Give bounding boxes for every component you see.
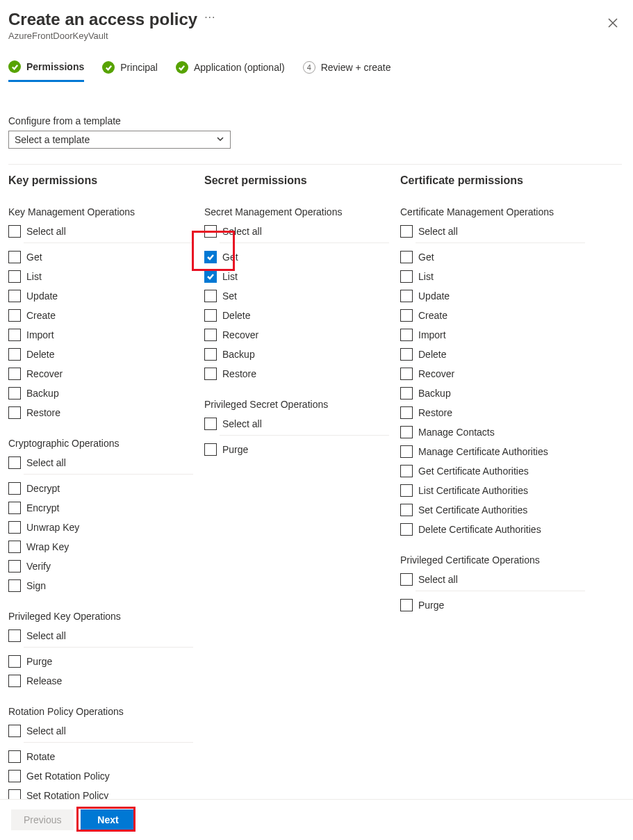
- checkbox[interactable]: [204, 270, 217, 283]
- checkbox[interactable]: [8, 675, 21, 687]
- select-all-item[interactable]: Select all: [8, 626, 193, 645]
- checkbox[interactable]: [8, 251, 21, 263]
- checkbox[interactable]: [204, 329, 217, 341]
- checkbox[interactable]: [8, 290, 21, 302]
- permission-item[interactable]: Verify: [8, 557, 193, 576]
- permission-item[interactable]: Get Rotation Policy: [8, 766, 193, 786]
- permission-item[interactable]: Delete Certificate Authorities: [400, 520, 585, 539]
- checkbox[interactable]: [8, 309, 21, 322]
- permission-item[interactable]: List Certificate Authorities: [400, 481, 585, 500]
- checkbox[interactable]: [8, 560, 21, 573]
- checkbox[interactable]: [8, 770, 21, 782]
- checkbox[interactable]: [400, 225, 413, 238]
- permission-item[interactable]: Import: [8, 325, 193, 345]
- permission-item[interactable]: Backup: [8, 384, 193, 403]
- checkbox[interactable]: [400, 406, 413, 419]
- permission-item[interactable]: Update: [400, 286, 585, 306]
- permission-item[interactable]: Backup: [400, 384, 585, 403]
- checkbox[interactable]: [400, 348, 413, 361]
- checkbox[interactable]: [8, 482, 21, 495]
- permission-item[interactable]: Unwrap Key: [8, 518, 193, 537]
- permission-item[interactable]: Get Certificate Authorities: [400, 461, 585, 481]
- checkbox[interactable]: [8, 629, 21, 642]
- select-all-item[interactable]: Select all: [8, 222, 193, 241]
- template-select[interactable]: Select a template: [8, 131, 231, 149]
- select-all-item[interactable]: Select all: [204, 222, 389, 241]
- checkbox[interactable]: [8, 541, 21, 553]
- permission-item[interactable]: Delete: [8, 345, 193, 364]
- checkbox[interactable]: [204, 418, 217, 430]
- checkbox[interactable]: [8, 406, 21, 419]
- wizard-step-0[interactable]: Permissions: [8, 60, 84, 82]
- checkbox[interactable]: [400, 329, 413, 341]
- permission-item[interactable]: Purge: [204, 440, 389, 459]
- checkbox[interactable]: [204, 251, 217, 263]
- checkbox[interactable]: [400, 251, 413, 263]
- checkbox[interactable]: [8, 225, 21, 238]
- permission-item[interactable]: Wrap Key: [8, 537, 193, 557]
- select-all-item[interactable]: Select all: [400, 222, 585, 241]
- permission-item[interactable]: Restore: [400, 403, 585, 422]
- permission-item[interactable]: Sign: [8, 576, 193, 595]
- checkbox[interactable]: [400, 270, 413, 283]
- wizard-step-2[interactable]: Application (optional): [176, 61, 285, 81]
- permission-item[interactable]: Release: [8, 671, 193, 691]
- permission-item[interactable]: Create: [8, 306, 193, 325]
- checkbox[interactable]: [400, 504, 413, 516]
- permission-item[interactable]: Decrypt: [8, 479, 193, 498]
- permission-item[interactable]: Purge: [8, 652, 193, 671]
- checkbox[interactable]: [8, 502, 21, 514]
- permission-item[interactable]: Restore: [204, 364, 389, 384]
- permission-item[interactable]: Import: [400, 325, 585, 345]
- previous-button[interactable]: Previous: [11, 809, 74, 830]
- checkbox[interactable]: [8, 521, 21, 534]
- checkbox[interactable]: [204, 443, 217, 456]
- checkbox[interactable]: [8, 750, 21, 763]
- checkbox[interactable]: [8, 456, 21, 469]
- permission-item[interactable]: Manage Contacts: [400, 422, 585, 442]
- close-button[interactable]: [604, 14, 622, 34]
- permission-item[interactable]: Delete: [400, 345, 585, 364]
- more-actions-icon[interactable]: ···: [204, 11, 215, 28]
- permission-item[interactable]: Update: [8, 286, 193, 306]
- permission-item[interactable]: Set: [204, 286, 389, 306]
- checkbox[interactable]: [8, 579, 21, 592]
- permission-item[interactable]: Rotate: [8, 747, 193, 766]
- permission-item[interactable]: List: [204, 267, 389, 286]
- checkbox[interactable]: [400, 387, 413, 400]
- permission-item[interactable]: Recover: [8, 364, 193, 384]
- checkbox[interactable]: [8, 387, 21, 400]
- checkbox[interactable]: [400, 465, 413, 477]
- checkbox[interactable]: [8, 348, 21, 361]
- checkbox[interactable]: [400, 573, 413, 586]
- permission-item[interactable]: Set Certificate Authorities: [400, 500, 585, 520]
- checkbox[interactable]: [400, 599, 413, 611]
- checkbox[interactable]: [8, 368, 21, 380]
- permission-item[interactable]: Get: [400, 247, 585, 267]
- permission-item[interactable]: Delete: [204, 306, 389, 325]
- permission-item[interactable]: Backup: [204, 345, 389, 364]
- checkbox[interactable]: [400, 484, 413, 497]
- checkbox[interactable]: [8, 725, 21, 737]
- next-button[interactable]: Next: [81, 809, 135, 830]
- permission-item[interactable]: Get: [8, 247, 193, 267]
- checkbox[interactable]: [400, 445, 413, 458]
- wizard-step-1[interactable]: Principal: [102, 61, 158, 81]
- checkbox[interactable]: [204, 348, 217, 361]
- permission-item[interactable]: Recover: [204, 325, 389, 345]
- permission-item[interactable]: List: [400, 267, 585, 286]
- checkbox[interactable]: [204, 290, 217, 302]
- select-all-item[interactable]: Select all: [400, 570, 585, 589]
- checkbox[interactable]: [400, 309, 413, 322]
- permission-item[interactable]: Restore: [8, 403, 193, 422]
- select-all-item[interactable]: Select all: [8, 721, 193, 741]
- checkbox[interactable]: [204, 368, 217, 380]
- checkbox[interactable]: [204, 225, 217, 238]
- permission-item[interactable]: Create: [400, 306, 585, 325]
- checkbox[interactable]: [8, 655, 21, 668]
- checkbox[interactable]: [8, 270, 21, 283]
- checkbox[interactable]: [204, 309, 217, 322]
- checkbox[interactable]: [400, 426, 413, 438]
- checkbox[interactable]: [400, 368, 413, 380]
- permission-item[interactable]: Encrypt: [8, 498, 193, 518]
